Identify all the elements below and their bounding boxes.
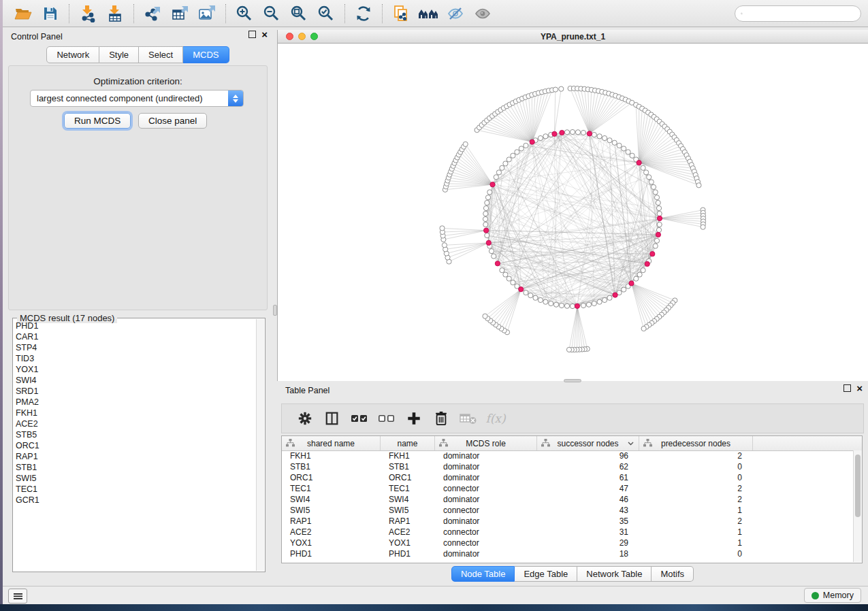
table-body[interactable]: FKH1FKH1dominator962STB1STB1dominator620… (282, 450, 854, 563)
graph-node[interactable] (570, 129, 575, 134)
import-network-icon[interactable] (74, 2, 101, 25)
graph-hub-node[interactable] (637, 161, 641, 165)
graph-hub-node[interactable] (530, 139, 534, 144)
graph-node[interactable] (519, 146, 524, 151)
search-box[interactable] (735, 5, 861, 22)
graph-node[interactable] (442, 243, 447, 248)
graph-node[interactable] (701, 225, 705, 229)
graph-hub-node[interactable] (495, 261, 500, 266)
graph-node[interactable] (538, 135, 543, 140)
graph-hub-node[interactable] (656, 232, 660, 237)
delete-table-icon[interactable] (455, 407, 482, 430)
graph-hub-node[interactable] (560, 130, 564, 135)
table-row[interactable]: SWI5SWI5connector431 (282, 505, 854, 516)
mcds-result-item[interactable]: RAP1 (13, 451, 257, 462)
tab-style[interactable]: Style (99, 46, 139, 63)
graph-node[interactable] (487, 190, 492, 195)
graph-node[interactable] (528, 293, 533, 298)
graph-hub-node[interactable] (650, 252, 655, 257)
mcds-result-item[interactable]: STP4 (13, 342, 257, 353)
graph-node[interactable] (647, 175, 652, 180)
graph-node[interactable] (485, 200, 489, 205)
graph-node[interactable] (612, 140, 617, 145)
graph-node[interactable] (597, 299, 602, 304)
mcds-result-item[interactable]: ACE2 (13, 418, 257, 429)
mcds-result-item[interactable]: PMA2 (13, 397, 257, 408)
graph-node[interactable] (503, 272, 508, 277)
mcds-result-item[interactable]: STB5 (13, 429, 257, 440)
tab-edge-table[interactable]: Edge Table (515, 566, 577, 582)
graph-node[interactable] (641, 326, 646, 331)
column-header-mcds-role[interactable]: MCDS role (435, 436, 537, 450)
zoom-in-icon[interactable] (231, 2, 258, 25)
graph-node[interactable] (564, 130, 569, 135)
graph-node[interactable] (656, 205, 661, 210)
graph-node[interactable] (564, 303, 569, 308)
show-columns-icon[interactable] (319, 407, 346, 430)
refresh-icon[interactable] (350, 2, 377, 25)
graph-hub-node[interactable] (629, 281, 634, 286)
graph-node[interactable] (581, 130, 585, 135)
tab-network-table[interactable]: Network Table (577, 566, 652, 582)
graph-node[interactable] (507, 157, 511, 162)
hide-selected-eye-icon[interactable] (442, 2, 469, 25)
mcds-result-list[interactable]: PHD1CAR1STP4TID3YOX1SWI4SRD1PMA2FKH1ACE2… (13, 320, 257, 572)
graph-node[interactable] (500, 165, 504, 170)
graph-node[interactable] (511, 153, 515, 158)
export-image-icon[interactable] (193, 2, 221, 25)
graph-node[interactable] (597, 134, 602, 139)
mcds-result-item[interactable]: FKH1 (13, 408, 257, 418)
graph-node[interactable] (586, 302, 591, 307)
graph-node[interactable] (485, 195, 490, 200)
mcds-result-item[interactable]: CAR1 (13, 331, 257, 342)
mcds-result-item[interactable]: TEC1 (13, 484, 257, 495)
graph-node[interactable] (485, 233, 489, 237)
graph-node[interactable] (483, 205, 488, 210)
graph-hub-node[interactable] (613, 293, 617, 297)
graph-node[interactable] (559, 86, 564, 91)
graph-node[interactable] (538, 297, 543, 302)
graph-node[interactable] (503, 161, 508, 166)
import-table-icon[interactable] (101, 2, 129, 25)
zoom-fit-icon[interactable] (285, 2, 312, 25)
graph-node[interactable] (440, 226, 445, 231)
task-history-button[interactable] (8, 589, 27, 604)
graph-node[interactable] (617, 143, 622, 148)
graph-node[interactable] (656, 227, 661, 232)
graph-hub-node[interactable] (587, 131, 592, 136)
graph-node[interactable] (654, 195, 659, 200)
graph-node[interactable] (630, 153, 634, 158)
graph-node[interactable] (602, 297, 607, 302)
graph-node[interactable] (511, 280, 515, 285)
graph-node[interactable] (649, 180, 654, 184)
table-row[interactable]: SWI4SWI4dominator462 (282, 494, 854, 505)
add-column-icon[interactable] (400, 407, 428, 430)
graph-node[interactable] (543, 134, 548, 139)
graph-node[interactable] (524, 143, 528, 148)
graph-node[interactable] (570, 303, 575, 308)
mcds-result-item[interactable]: GCR1 (13, 495, 257, 506)
tab-node-table[interactable]: Node Table (451, 566, 515, 582)
graph-node[interactable] (575, 130, 580, 135)
table-row[interactable]: RAP1RAP1dominator352 (282, 516, 854, 527)
graph-node[interactable] (483, 216, 487, 221)
memory-button[interactable]: Memory (804, 588, 861, 603)
table-row[interactable]: ORC1ORC1dominator610 (282, 472, 854, 483)
graph-hub-node[interactable] (552, 131, 557, 136)
function-builder-icon[interactable]: f(x) (482, 407, 509, 430)
close-panel-button[interactable]: Close panel (138, 113, 207, 129)
graph-node[interactable] (696, 183, 701, 188)
graph-node[interactable] (607, 138, 612, 143)
graph-node[interactable] (622, 146, 626, 151)
mcds-result-item[interactable]: STB1 (13, 462, 257, 473)
export-network-icon[interactable] (139, 2, 166, 25)
save-icon[interactable] (37, 2, 64, 25)
graph-node[interactable] (602, 135, 607, 140)
select-all-icon[interactable] (346, 407, 373, 430)
graph-node[interactable] (657, 222, 662, 227)
show-all-eye-icon[interactable] (469, 2, 496, 25)
zoom-out-icon[interactable] (258, 2, 285, 25)
network-graph[interactable] (278, 43, 868, 381)
table-row[interactable]: STB1STB1dominator620 (282, 461, 854, 472)
graph-node[interactable] (641, 268, 645, 273)
